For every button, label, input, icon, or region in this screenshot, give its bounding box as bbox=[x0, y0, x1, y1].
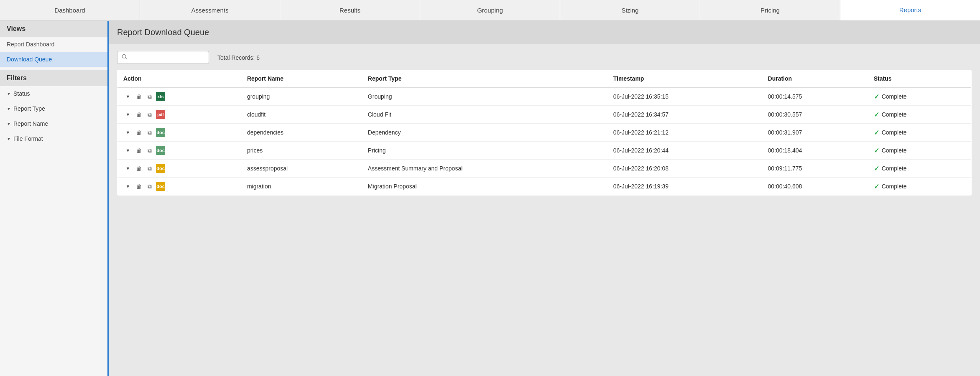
sidebar-item-download-queue[interactable]: Download Queue bbox=[0, 52, 107, 67]
content-area: Report Download Queue Total Records: 6 bbox=[109, 21, 980, 376]
search-row: Total Records: 6 bbox=[117, 51, 972, 64]
action-cell: ▼ 🗑 ⧉ doc bbox=[117, 178, 241, 196]
sidebar-filter-report-name[interactable]: ▼ Report Name bbox=[0, 116, 107, 131]
delete-button[interactable]: 🗑 bbox=[134, 164, 143, 173]
row-expand-button[interactable]: ▼ bbox=[123, 110, 133, 119]
duration-cell: 00:09:11.775 bbox=[762, 160, 868, 178]
report-type-cell: Pricing bbox=[362, 142, 607, 160]
action-cell: ▼ 🗑 ⧉ doc bbox=[117, 142, 241, 160]
delete-button[interactable]: 🗑 bbox=[134, 110, 143, 119]
timestamp-cell: 06-Jul-2022 16:35:15 bbox=[607, 87, 762, 106]
row-expand-button[interactable]: ▼ bbox=[123, 92, 133, 101]
check-icon: ✓ bbox=[874, 165, 879, 173]
status-complete: ✓ Complete bbox=[874, 93, 965, 101]
search-wrapper[interactable] bbox=[117, 51, 209, 64]
copy-button[interactable]: ⧉ bbox=[145, 110, 154, 119]
check-icon: ✓ bbox=[874, 183, 879, 191]
delete-button[interactable]: 🗑 bbox=[134, 146, 143, 155]
action-icons: ▼ 🗑 ⧉ doc bbox=[123, 164, 235, 173]
status-complete: ✓ Complete bbox=[874, 111, 965, 119]
col-header-action: Action bbox=[117, 70, 241, 88]
sidebar-filter-status-label: Status bbox=[13, 90, 30, 97]
action-icons: ▼ 🗑 ⧉ pdf bbox=[123, 110, 235, 119]
file-icon-pdf[interactable]: pdf bbox=[156, 110, 165, 119]
col-header-duration: Duration bbox=[762, 70, 868, 88]
copy-button[interactable]: ⧉ bbox=[145, 146, 154, 155]
duration-cell: 00:00:31.907 bbox=[762, 124, 868, 142]
tab-grouping[interactable]: Grouping bbox=[420, 0, 560, 20]
action-cell: ▼ 🗑 ⧉ doc bbox=[117, 160, 241, 178]
action-icons: ▼ 🗑 ⧉ xls bbox=[123, 92, 235, 101]
delete-button[interactable]: 🗑 bbox=[134, 182, 143, 191]
report-name-cell: dependencies bbox=[241, 124, 362, 142]
duration-cell: 00:00:14.575 bbox=[762, 87, 868, 106]
row-expand-button[interactable]: ▼ bbox=[123, 164, 133, 173]
status-label: Complete bbox=[882, 183, 907, 190]
duration-cell: 00:00:30.557 bbox=[762, 106, 868, 124]
status-cell: ✓ Complete bbox=[868, 124, 972, 142]
tab-results[interactable]: Results bbox=[280, 0, 420, 20]
tab-sizing[interactable]: Sizing bbox=[560, 0, 700, 20]
status-cell: ✓ Complete bbox=[868, 160, 972, 178]
sidebar-filter-report-type[interactable]: ▼ Report Type bbox=[0, 101, 107, 116]
status-label: Complete bbox=[882, 93, 907, 100]
status-label: Complete bbox=[882, 165, 907, 172]
chevron-down-icon: ▼ bbox=[7, 91, 11, 96]
timestamp-cell: 06-Jul-2022 16:34:57 bbox=[607, 106, 762, 124]
sidebar-filter-file-format[interactable]: ▼ File Format bbox=[0, 131, 107, 146]
row-expand-button[interactable]: ▼ bbox=[123, 146, 133, 155]
col-header-timestamp: Timestamp bbox=[607, 70, 762, 88]
action-cell: ▼ 🗑 ⧉ pdf bbox=[117, 106, 241, 124]
file-icon-doc[interactable]: doc bbox=[156, 146, 165, 155]
action-icons: ▼ 🗑 ⧉ doc bbox=[123, 128, 235, 137]
delete-button[interactable]: 🗑 bbox=[134, 92, 143, 101]
chevron-down-icon: ▼ bbox=[7, 107, 11, 111]
action-cell: ▼ 🗑 ⧉ doc bbox=[117, 124, 241, 142]
search-input[interactable] bbox=[130, 54, 204, 61]
tab-pricing[interactable]: Pricing bbox=[700, 0, 840, 20]
duration-cell: 00:00:18.404 bbox=[762, 142, 868, 160]
sidebar-item-report-dashboard[interactable]: Report Dashboard bbox=[0, 37, 107, 52]
row-expand-button[interactable]: ▼ bbox=[123, 128, 133, 137]
duration-cell: 00:00:40.608 bbox=[762, 178, 868, 196]
status-label: Complete bbox=[882, 111, 907, 118]
content-body: Total Records: 6 Action Report Name Repo… bbox=[109, 44, 980, 202]
tab-dashboard[interactable]: Dashboard bbox=[0, 0, 140, 20]
search-icon bbox=[122, 54, 128, 61]
copy-button[interactable]: ⧉ bbox=[145, 128, 154, 137]
top-navigation: Dashboard Assessments Results Grouping S… bbox=[0, 0, 980, 21]
status-cell: ✓ Complete bbox=[868, 178, 972, 196]
table-body: ▼ 🗑 ⧉ xls grouping Grouping 06-Jul-2022 … bbox=[117, 87, 972, 196]
report-type-cell: Cloud Fit bbox=[362, 106, 607, 124]
status-complete: ✓ Complete bbox=[874, 129, 965, 137]
check-icon: ✓ bbox=[874, 147, 879, 155]
copy-button[interactable]: ⧉ bbox=[145, 182, 154, 191]
file-icon-excel[interactable]: xls bbox=[156, 92, 165, 101]
table-header: Action Report Name Report Type Timestamp… bbox=[117, 70, 972, 88]
file-icon-doc[interactable]: doc bbox=[156, 128, 165, 137]
sidebar-filter-report-name-label: Report Name bbox=[13, 120, 48, 127]
check-icon: ✓ bbox=[874, 93, 879, 101]
tab-reports[interactable]: Reports bbox=[840, 0, 980, 20]
sidebar-filter-report-type-label: Report Type bbox=[13, 105, 45, 112]
sidebar-filters-header: Filters bbox=[0, 70, 107, 86]
sidebar: Views Report Dashboard Download Queue Fi… bbox=[0, 21, 109, 376]
tab-assessments[interactable]: Assessments bbox=[140, 0, 280, 20]
copy-button[interactable]: ⧉ bbox=[145, 92, 154, 101]
report-name-cell: migration bbox=[241, 178, 362, 196]
timestamp-cell: 06-Jul-2022 16:20:08 bbox=[607, 160, 762, 178]
chevron-down-icon: ▼ bbox=[7, 122, 11, 126]
delete-button[interactable]: 🗑 bbox=[134, 128, 143, 137]
timestamp-cell: 06-Jul-2022 16:20:44 bbox=[607, 142, 762, 160]
report-table: Action Report Name Report Type Timestamp… bbox=[117, 70, 972, 196]
copy-button[interactable]: ⧉ bbox=[145, 164, 154, 173]
col-header-report-name: Report Name bbox=[241, 70, 362, 88]
table-row: ▼ 🗑 ⧉ doc migration Migration Proposal 0… bbox=[117, 178, 972, 196]
sidebar-filter-status[interactable]: ▼ Status bbox=[0, 86, 107, 101]
row-expand-button[interactable]: ▼ bbox=[123, 182, 133, 191]
file-icon-doc-yellow[interactable]: doc bbox=[156, 182, 165, 191]
col-header-report-type: Report Type bbox=[362, 70, 607, 88]
status-cell: ✓ Complete bbox=[868, 142, 972, 160]
file-icon-doc-yellow[interactable]: doc bbox=[156, 164, 165, 173]
content-header: Report Download Queue bbox=[109, 21, 980, 44]
